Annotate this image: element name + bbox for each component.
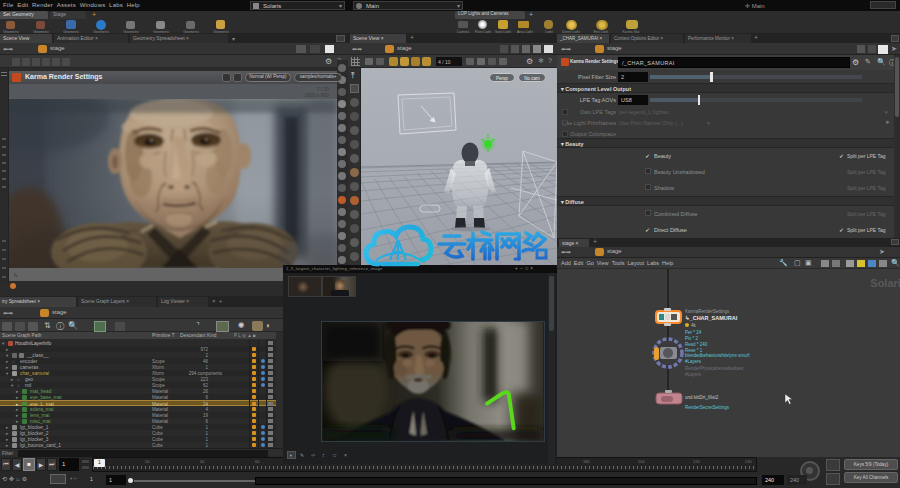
svg-text:RenderSecretSettings: RenderSecretSettings [685,405,730,410]
svg-text:4k: 4k [691,323,697,328]
svg-text:↳_CHAR_SAMURAI: ↳_CHAR_SAMURAI [685,315,738,321]
svg-text:Resd * 240: Resd * 240 [685,342,708,347]
svg-text:RenderPhysicalremediesbest: RenderPhysicalremediesbest [685,366,744,371]
svg-text:Per * 24: Per * 24 [685,330,702,335]
svg-text:und kittDrt_l/list2: und kittDrt_l/list2 [685,395,719,400]
svg-text:Pix * 2: Pix * 2 [685,336,699,341]
svg-text:#Layers: #Layers [685,359,702,364]
svg-text:blendedbehaviorwhitelynx-smurf: blendedbehaviorwhitelynx-smurf [685,353,750,358]
svg-text:#Layers: #Layers [685,372,702,377]
svg-text:KarmaRenderSettings: KarmaRenderSettings [685,309,730,314]
